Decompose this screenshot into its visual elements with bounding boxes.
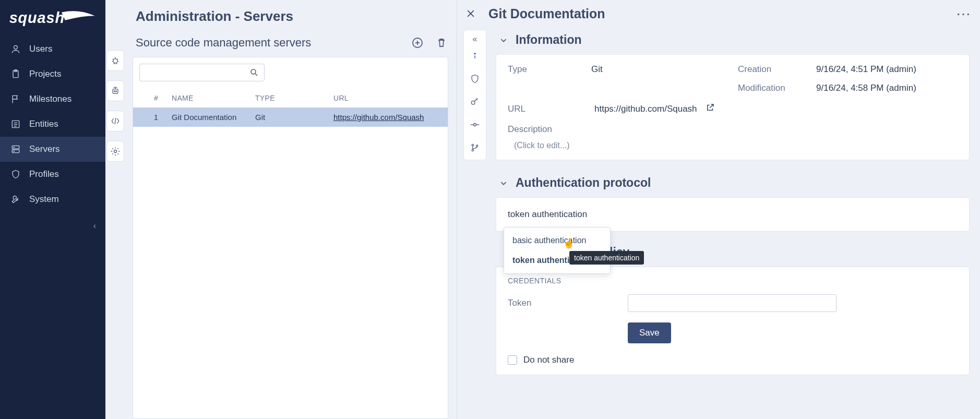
shield-icon bbox=[10, 169, 21, 179]
creation-label: Creation bbox=[738, 64, 811, 75]
anchor-branch[interactable] bbox=[469, 142, 481, 153]
rail-collapse[interactable]: « bbox=[464, 34, 486, 44]
creation-value: 9/16/24, 4:51 PM (admin) bbox=[816, 64, 958, 75]
nav-list: Users Projects Milestones Entities Serve… bbox=[0, 37, 105, 212]
cell-url[interactable]: https://github.com/Squash bbox=[333, 113, 440, 122]
nav-system-label: System bbox=[29, 194, 59, 205]
svg-point-10 bbox=[14, 147, 14, 148]
url-value[interactable]: https://github.com/Squash bbox=[594, 104, 697, 114]
col-url: URL bbox=[333, 94, 440, 102]
modification-value: 9/16/24, 4:58 PM (admin) bbox=[816, 83, 958, 93]
anchor-commit[interactable] bbox=[469, 119, 481, 130]
chevron-down-icon bbox=[498, 177, 509, 189]
nav-system[interactable]: System bbox=[0, 187, 105, 212]
auth-section-head[interactable]: Authentication protocol bbox=[498, 176, 970, 190]
col-type: TYPE bbox=[255, 94, 333, 102]
delete-server-button[interactable] bbox=[435, 36, 448, 50]
svg-point-11 bbox=[14, 151, 14, 151]
table-head: # NAME TYPE URL bbox=[133, 89, 448, 107]
nav-profiles[interactable]: Profiles bbox=[0, 162, 105, 187]
nav-entities[interactable]: Entities bbox=[0, 112, 105, 137]
wrench-icon bbox=[10, 194, 21, 205]
svg-rect-13 bbox=[113, 89, 118, 93]
svg-point-32 bbox=[476, 145, 478, 147]
col-name: NAME bbox=[172, 94, 255, 102]
auth-card: token authentication basic authenticatio… bbox=[496, 197, 970, 232]
add-server-button[interactable] bbox=[411, 36, 424, 50]
nav-users[interactable]: Users bbox=[0, 37, 105, 62]
auth-option-basic[interactable]: basic authentication bbox=[504, 231, 610, 250]
anchor-info[interactable] bbox=[469, 50, 481, 62]
nav-servers[interactable]: Servers bbox=[0, 137, 105, 162]
svg-point-1 bbox=[14, 45, 18, 49]
clipboard-icon bbox=[10, 69, 21, 79]
auth-title: Authentication protocol bbox=[516, 176, 651, 190]
svg-point-31 bbox=[472, 149, 473, 151]
logo: squash bbox=[0, 0, 105, 37]
svg-point-26 bbox=[471, 101, 475, 104]
external-link-icon[interactable] bbox=[706, 103, 715, 115]
nav-projects[interactable]: Projects bbox=[0, 62, 105, 87]
svg-point-24 bbox=[474, 53, 475, 54]
nav-entities-label: Entities bbox=[29, 119, 58, 129]
nav-projects-label: Projects bbox=[29, 69, 61, 79]
rail-automation[interactable] bbox=[106, 80, 124, 101]
col-num: # bbox=[140, 94, 172, 102]
user-icon bbox=[10, 44, 21, 54]
token-input[interactable] bbox=[628, 294, 836, 312]
flag-icon bbox=[10, 94, 21, 104]
list-header: Source code management servers bbox=[136, 36, 448, 50]
anchor-key[interactable] bbox=[469, 96, 481, 107]
table-row[interactable]: 1 Git Documentation Git https://github.c… bbox=[133, 107, 448, 127]
server-list-panel: Administration - Servers Source code man… bbox=[125, 0, 457, 419]
url-label: URL bbox=[508, 104, 586, 114]
detail-title: Git Documentation bbox=[488, 6, 945, 21]
cell-type: Git bbox=[255, 113, 333, 122]
server-type-rail bbox=[105, 0, 125, 419]
sidebar: squash Users Projects Milestones Entitie… bbox=[0, 0, 105, 419]
auth-dropdown: basic authentication token authenticatio… bbox=[504, 227, 611, 274]
info-card: Type Git Creation 9/16/24, 4:51 PM (admi… bbox=[496, 54, 970, 160]
rail-sync[interactable] bbox=[106, 141, 124, 162]
svg-point-14 bbox=[114, 91, 115, 92]
description-placeholder[interactable]: (Click to edit...) bbox=[514, 141, 958, 150]
dont-share-label: Do not share bbox=[523, 355, 574, 365]
cell-num: 1 bbox=[140, 113, 172, 122]
type-label: Type bbox=[508, 64, 586, 75]
rail-bugtracker[interactable] bbox=[106, 50, 124, 71]
svg-line-21 bbox=[255, 74, 257, 76]
svg-point-15 bbox=[116, 91, 117, 92]
server-table: # NAME TYPE URL 1 Git Documentation Git … bbox=[133, 57, 448, 419]
description-label: Description bbox=[508, 124, 958, 135]
info-title: Information bbox=[516, 33, 582, 47]
dont-share-checkbox[interactable] bbox=[508, 355, 517, 365]
nav-milestones[interactable]: Milestones bbox=[0, 87, 105, 112]
search-input[interactable] bbox=[139, 64, 265, 81]
auth-tooltip: token authentication bbox=[569, 251, 644, 265]
svg-point-20 bbox=[251, 69, 256, 74]
info-section-head[interactable]: Information bbox=[498, 33, 970, 47]
detail-more-button[interactable]: ⋯ bbox=[956, 11, 972, 17]
detail-sections: Information Type Git Creation 9/16/24, 4… bbox=[492, 27, 980, 419]
svg-point-30 bbox=[472, 144, 473, 146]
type-value: Git bbox=[591, 64, 733, 75]
auth-selected-value[interactable]: token authentication bbox=[508, 207, 958, 222]
sidebar-collapse[interactable]: ‹ bbox=[0, 218, 105, 234]
nav-users-label: Users bbox=[29, 44, 52, 54]
token-label: Token bbox=[508, 298, 612, 308]
search-icon bbox=[249, 68, 259, 77]
close-detail-button[interactable] bbox=[465, 8, 477, 20]
nav-milestones-label: Milestones bbox=[29, 94, 71, 104]
rail-scm[interactable] bbox=[106, 111, 124, 131]
chevron-down-icon bbox=[498, 34, 509, 46]
policy-card: CREDENTIALS Token Save Do not share bbox=[496, 267, 970, 375]
save-button[interactable]: Save bbox=[628, 322, 671, 343]
page-title: Administration - Servers bbox=[136, 8, 448, 25]
anchor-auth[interactable] bbox=[469, 73, 481, 85]
detail-panel: Git Documentation ⋯ « Information Type G… bbox=[457, 0, 980, 419]
svg-point-16 bbox=[114, 150, 117, 153]
nav-profiles-label: Profiles bbox=[29, 169, 59, 179]
credentials-label: CREDENTIALS bbox=[508, 277, 958, 285]
modification-label: Modification bbox=[738, 83, 811, 93]
detail-header: Git Documentation ⋯ bbox=[457, 0, 980, 27]
